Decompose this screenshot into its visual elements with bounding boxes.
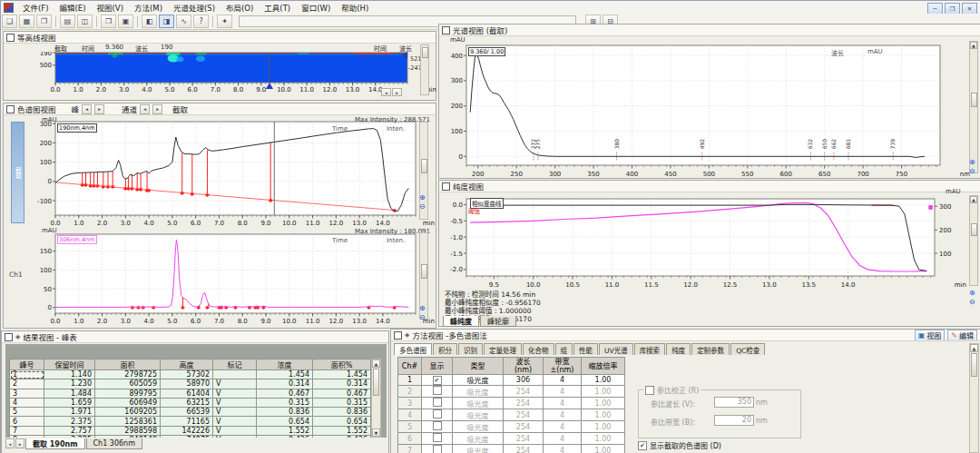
table-row[interactable]: 4吸光度25441.00 xyxy=(398,409,625,421)
menu-item[interactable]: 视图(V) xyxy=(92,4,129,13)
method-tab[interactable]: 化合物 xyxy=(523,343,554,355)
contour-vscrollbar[interactable] xyxy=(420,44,429,95)
menu-item[interactable]: 窗口(W) xyxy=(296,4,336,13)
table-row[interactable]: 31.48489979561404V0.4670.467 xyxy=(10,389,371,398)
table-row[interactable]: 11.1402798725573021.4541.454 xyxy=(10,370,371,379)
table-row[interactable]: 6吸光度25441.00 xyxy=(398,433,625,445)
method-tab[interactable]: QC检查 xyxy=(730,343,765,355)
panel-box-icon[interactable] xyxy=(442,182,450,191)
spectrum-vscrollbar[interactable]: ▲ xyxy=(969,41,978,173)
peak-next-button[interactable]: ▸ xyxy=(94,104,104,114)
show-checkbox[interactable] xyxy=(433,409,442,419)
channel-next-button[interactable]: ▸ xyxy=(152,104,162,114)
panel-pin-icon[interactable]: ◈ xyxy=(15,334,20,340)
contour-plot[interactable]: 0.01.02.03.04.05.06.07.08.09.010.011.012… xyxy=(4,52,437,94)
show-checkbox[interactable] xyxy=(433,421,442,430)
plot1-zoom-out-icon[interactable]: ⊖ xyxy=(419,203,426,211)
purity-zoom-out-icon[interactable]: ⊖ xyxy=(969,299,975,306)
report-icon[interactable]: ▣ xyxy=(118,15,133,28)
method-tab[interactable]: 定量处理 xyxy=(484,343,522,355)
table-row[interactable]: 2吸光度25441.00 xyxy=(398,386,625,398)
reference-correction-toggle[interactable]: 参比校正 (R) xyxy=(643,385,701,395)
table-row[interactable]: 72.7572988598142226V1.5521.552 xyxy=(10,426,371,435)
results-vscrollbar[interactable]: ▲ ▼ xyxy=(371,359,381,438)
contour-scroll-left[interactable]: ◂ xyxy=(381,88,391,96)
results-channel-tab[interactable]: Ch1 306nm xyxy=(86,438,142,449)
print-icon[interactable]: ▤ xyxy=(60,15,75,28)
purity-zoom-in-icon[interactable]: ⊕ xyxy=(969,290,975,297)
panel-box-icon[interactable] xyxy=(442,26,450,34)
help-icon[interactable]: ? xyxy=(193,15,209,28)
wavelength-cursor-arrow[interactable] xyxy=(401,52,407,59)
tool-icon[interactable]: ✦ xyxy=(217,15,232,28)
spectrum-plot[interactable]: 2722753804926326506626817392002503003504… xyxy=(445,40,971,178)
menu-item[interactable]: 帮助(H) xyxy=(336,4,374,13)
capture-channel-tab[interactable]: 截取 xyxy=(11,122,24,223)
method-vscrollbar[interactable]: ▲ xyxy=(969,343,979,453)
contour-scroll-right[interactable]: ▸ xyxy=(392,88,402,96)
method-tab[interactable]: 积分 xyxy=(433,343,457,355)
panel-box-icon[interactable] xyxy=(6,105,15,113)
tabs-scroll-right[interactable]: ▸ xyxy=(15,438,24,448)
method-tab[interactable]: 库搜索 xyxy=(634,343,666,355)
time-cursor-arrow[interactable] xyxy=(266,83,273,89)
table-row[interactable]: 83.22584014874975V0.4360.436 xyxy=(10,436,371,438)
method-view-button[interactable]: ▣视图 xyxy=(915,330,946,341)
ref-wavelength-input[interactable]: 350 xyxy=(714,397,754,408)
reference-correction-checkbox[interactable] xyxy=(645,386,654,395)
table-row[interactable]: 5吸光度25441.00 xyxy=(398,421,625,433)
save-as-icon[interactable]: ❐ xyxy=(36,15,52,28)
table-row[interactable]: 62.375125836171165V0.6540.654 xyxy=(10,417,371,426)
table-row[interactable]: 21.23060505958970V0.3140.314 xyxy=(10,379,371,389)
table-row[interactable]: 1✔吸光度30641.00 xyxy=(398,375,625,386)
method-tab[interactable]: 纯度 xyxy=(666,343,691,355)
table-row[interactable]: 51.971160920566539V0.8360.836 xyxy=(10,408,371,417)
ref-bandwidth-input[interactable]: 20 xyxy=(714,415,754,426)
menu-item[interactable]: 光谱处理(S) xyxy=(168,4,220,13)
menu-item[interactable]: 编辑(E) xyxy=(54,4,92,13)
table-row[interactable]: 41.65960694963215V0.3150.315 xyxy=(10,398,371,407)
menu-item[interactable]: 文件(F) xyxy=(17,4,54,13)
method-tab[interactable]: 定制参数 xyxy=(691,343,730,355)
plot2-zoom-in-icon[interactable]: ⊕ xyxy=(419,305,426,312)
plot2-zoom-out-icon[interactable]: ⊖ xyxy=(419,314,426,321)
panel-box-icon[interactable] xyxy=(6,34,15,42)
table-row[interactable]: 7吸光度25441.00 xyxy=(398,445,625,453)
method-tab[interactable]: 多色谱图 xyxy=(394,343,432,355)
show-capture-toggle[interactable]: ✔显示截取的色谱图 (D) xyxy=(638,440,721,450)
show-checkbox[interactable] xyxy=(433,398,442,407)
spectrum-zoom-out-icon[interactable]: ⊖ xyxy=(969,168,975,175)
purity-vscrollbar[interactable]: ▲ xyxy=(969,195,978,286)
channel-prev-button[interactable]: ◂ xyxy=(140,104,150,114)
menu-item[interactable]: 方法(M) xyxy=(129,4,168,13)
method-tab[interactable]: 性能 xyxy=(573,343,598,355)
plot1-zoom-in-icon[interactable]: ⊕ xyxy=(419,194,426,202)
purity-tab[interactable]: 峰轮廓 xyxy=(480,316,516,327)
panel-box-icon[interactable] xyxy=(5,333,13,341)
results-channel-tab[interactable]: 截取 190nm xyxy=(25,438,85,449)
copy-icon[interactable]: ❒ xyxy=(101,15,116,28)
layout-single-icon[interactable]: ◧ xyxy=(142,15,157,28)
menu-item[interactable]: 布局(O) xyxy=(220,4,259,13)
new-file-icon[interactable]: ❏ xyxy=(2,15,17,28)
show-checkbox[interactable] xyxy=(433,386,442,395)
tabs-scroll-left[interactable]: ◂ xyxy=(5,438,15,448)
spectrum-zoom-in-icon[interactable]: ⊕ xyxy=(969,159,975,166)
purity-plot[interactable]: ■9.510.010.511.011.512.012.513.013.514.0… xyxy=(441,194,967,289)
chromatogram-plot-190nm[interactable]: ✱✱✱✱✱✱✱✱✱✱✱✱✱✱✱✱✱✱✱✱0.01.02.03.04.05.06.… xyxy=(27,116,436,227)
peak-prev-button[interactable]: ◂ xyxy=(82,104,92,114)
save-icon[interactable]: ▦ xyxy=(19,15,34,28)
chart-icon[interactable]: ∿ xyxy=(176,15,191,28)
method-tab[interactable]: 组 xyxy=(555,343,573,355)
purity-tab[interactable]: 峰纯度 xyxy=(443,316,479,327)
method-edit-button[interactable]: ✎编辑 xyxy=(947,330,977,341)
print-preview-icon[interactable]: ◫ xyxy=(77,15,93,28)
panel-pin-icon[interactable]: ◈ xyxy=(405,332,409,339)
menu-item[interactable]: 工具(T) xyxy=(259,4,296,13)
show-capture-checkbox[interactable]: ✔ xyxy=(638,441,647,450)
layout-grid-icon[interactable]: ◨ xyxy=(159,15,174,28)
panel-box-icon[interactable] xyxy=(394,331,402,340)
show-checkbox[interactable]: ✔ xyxy=(433,376,442,385)
show-checkbox[interactable] xyxy=(433,433,442,442)
method-tab[interactable]: UV光谱 xyxy=(599,343,633,355)
